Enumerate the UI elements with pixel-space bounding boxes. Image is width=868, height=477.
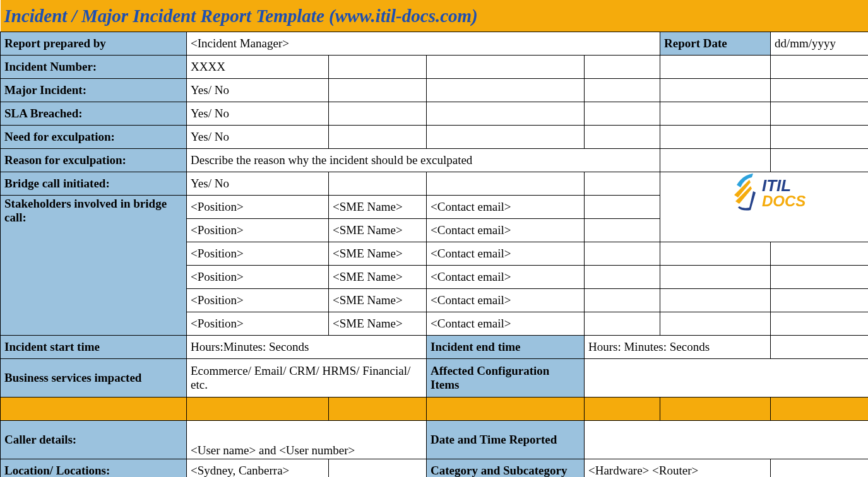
label-dtreported: Date and Time Reported [427,421,585,459]
label-location: Location/ Locations: [1,459,187,478]
email-4: <Contact email> [427,266,585,289]
label-reportby: Report prepared by [1,32,187,56]
sme-6: <SME Name> [329,312,427,336]
row-bridge: Bridge call initiated: Yes/ No ITIL DOCS [1,172,869,196]
label-sla: SLA Breached: [1,102,187,126]
row-reportby: Report prepared by <Incident Manager> Re… [1,32,869,56]
row-caller: Caller details: <User name> and <User nu… [1,421,869,459]
label-catsub: Category and Subcategory [427,459,585,478]
title-row: Incident / Major Incident Report Templat… [1,0,869,32]
value-reportby: <Incident Manager> [187,32,660,56]
position-6: <Position> [187,312,329,336]
value-caller: <User name> and <User number> [187,421,427,459]
sme-5: <SME Name> [329,289,427,312]
value-catsub: <Hardware> <Router> [585,459,771,478]
sme-1: <SME Name> [329,196,427,219]
position-5: <Position> [187,289,329,312]
row-bizsvc: Business services impacted Ecommerce/ Em… [1,359,869,398]
label-affectedci: Affected Configuration Items [427,359,585,398]
value-bridge: Yes/ No [187,172,329,196]
label-bizsvc: Business services impacted [1,359,187,398]
row-reasonexcul: Reason for exculpation: Describe the rea… [1,149,869,172]
value-reasonexcul: Describe the reason why the incident sho… [187,149,660,172]
value-dtreported [585,421,869,459]
value-sla: Yes/ No [187,102,329,126]
label-starttime: Incident start time [1,336,187,359]
sme-2: <SME Name> [329,219,427,242]
label-reasonexcul: Reason for exculpation: [1,149,187,172]
value-endtime: Hours: Minutes: Seconds [585,336,771,359]
value-location: <Sydney, Canberra> [187,459,329,478]
value-reportdate: dd/mm/yyyy [771,32,869,56]
itil-docs-logo: ITIL DOCS [729,172,817,216]
label-incidentnum: Incident Number: [1,56,187,79]
label-bridge: Bridge call initiated: [1,172,187,196]
logo-cell: ITIL DOCS [660,172,869,242]
email-6: <Contact email> [427,312,585,336]
label-reportdate: Report Date [660,32,771,56]
label-caller: Caller details: [1,421,187,459]
value-major: Yes/ No [187,79,329,102]
value-needexcul: Yes/ No [187,126,329,149]
row-location: Location/ Locations: <Sydney, Canberra> … [1,459,869,478]
email-1: <Contact email> [427,196,585,219]
position-1: <Position> [187,196,329,219]
email-2: <Contact email> [427,219,585,242]
incident-report-table: Incident / Major Incident Report Templat… [0,0,868,477]
position-4: <Position> [187,266,329,289]
value-bizsvc: Ecommerce/ Email/ CRM/ HRMS/ Financial/ … [187,359,427,398]
svg-text:DOCS: DOCS [762,192,806,209]
row-sla: SLA Breached: Yes/ No [1,102,869,126]
row-starttime: Incident start time Hours:Minutes: Secon… [1,336,869,359]
sme-4: <SME Name> [329,266,427,289]
row-needexcul: Need for exculpation: Yes/ No [1,126,869,149]
value-affectedci [585,359,869,398]
label-major: Major Incident: [1,79,187,102]
label-needexcul: Need for exculpation: [1,126,187,149]
label-endtime: Incident end time [427,336,585,359]
row-divider [1,398,869,421]
row-major: Major Incident: Yes/ No [1,79,869,102]
value-incidentnum: XXXX [187,56,329,79]
page-title: Incident / Major Incident Report Templat… [1,0,869,32]
position-3: <Position> [187,242,329,266]
position-2: <Position> [187,219,329,242]
row-incidentnum: Incident Number: XXXX [1,56,869,79]
label-stakeholders: Stakeholders involved in bridge call: [1,196,187,336]
email-5: <Contact email> [427,289,585,312]
email-3: <Contact email> [427,242,585,266]
sme-3: <SME Name> [329,242,427,266]
value-starttime: Hours:Minutes: Seconds [187,336,427,359]
